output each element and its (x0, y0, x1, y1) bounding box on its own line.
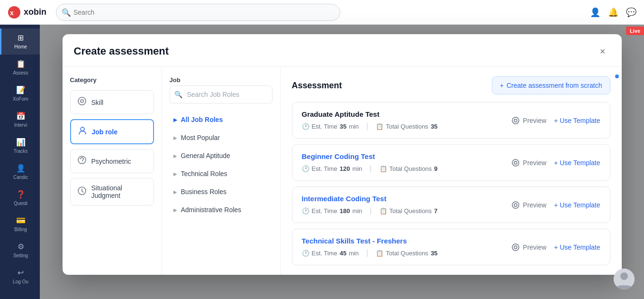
time-unit-graduate: min (349, 123, 359, 130)
clock-icon-intermediate: 🕐 (302, 207, 309, 215)
job-role-label: Job role (92, 128, 118, 136)
meta-questions-graduate: 📋 Total Questions 35 (376, 123, 437, 130)
assessment-card-intermediate: Intermediate Coding Test 🕐 Est. Time 180… (292, 187, 610, 223)
bell-icon[interactable]: 🔔 (608, 7, 618, 18)
meta-time-beginner: 🕐 Est. Time 120 min (302, 165, 363, 172)
create-scratch-label: Create assessment from scratch (507, 82, 602, 89)
job-item-admin[interactable]: ▶ Administrative Roles (170, 201, 272, 218)
sidebar-item-xoform[interactable]: 📝 XoForn (0, 81, 40, 107)
chevron-admin-icon: ▶ (173, 207, 177, 213)
job-item-aptitude-label: General Aptitude (181, 152, 230, 159)
assessment-card-beginner: Beginner Coding Test 🕐 Est. Time 120 min… (292, 144, 610, 181)
job-item-business[interactable]: ▶ Business Roles (170, 183, 272, 200)
use-template-button-freshers[interactable]: + Use Template (554, 243, 600, 251)
job-panel: Job 🔍 ▶ All Job Roles ▶ Most Popular (162, 67, 281, 275)
time-unit-beginner: min (352, 165, 362, 172)
category-job-role[interactable]: Job role (70, 119, 154, 144)
card-meta-beginner: 🕐 Est. Time 120 min | 📋 Total Questions (302, 164, 512, 173)
svg-point-12 (512, 202, 519, 208)
sidebar-item-billing[interactable]: 💳 Billing (0, 211, 40, 237)
card-meta-intermediate: 🕐 Est. Time 180 min | 📋 Total Questions (302, 206, 512, 215)
category-situational[interactable]: Situational Judgment (70, 178, 154, 206)
use-template-button-intermediate[interactable]: + Use Template (554, 201, 600, 209)
card-name-graduate: Graduate Aptitude Test (302, 110, 512, 118)
svg-point-10 (512, 159, 519, 166)
time-value-freshers: 45 (340, 250, 346, 257)
job-search-icon: 🔍 (174, 91, 182, 98)
home-icon: ⊞ (18, 33, 24, 42)
job-item-all[interactable]: ▶ All Job Roles (170, 111, 272, 128)
svg-point-14 (512, 244, 519, 251)
card-actions-intermediate: Preview + Use Template (511, 201, 600, 209)
category-skill[interactable]: Skill (70, 90, 154, 114)
psychometric-label: Psychometric (91, 158, 131, 165)
chat-icon[interactable]: 💬 (626, 7, 636, 18)
card-name-beginner: Beginner Coding Test (302, 152, 512, 160)
preview-button-intermediate[interactable]: Preview (511, 201, 546, 209)
svg-point-8 (512, 117, 519, 124)
card-actions-beginner: Preview + Use Template (511, 159, 600, 167)
search-icon: 🔍 (62, 8, 71, 17)
use-template-button-graduate[interactable]: + Use Template (554, 117, 600, 124)
questi-icon: ❓ (16, 190, 26, 199)
sidebar-item-logout[interactable]: ↩ Log Ou (0, 263, 40, 290)
job-label: Job (170, 76, 272, 84)
sidebar: ⊞ Home 📋 Assess 📝 XoForn 📅 Intervi 📊 Tra… (0, 25, 40, 299)
sidebar-item-questi[interactable]: ❓ Questi (0, 185, 40, 211)
modal-body: Category Skill (63, 67, 622, 275)
sidebar-label-xoform: XoForn (13, 96, 28, 102)
svg-point-4 (81, 127, 84, 131)
job-item-popular[interactable]: ▶ Most Popular (170, 129, 272, 146)
use-template-button-beginner[interactable]: + Use Template (554, 159, 600, 167)
billing-icon: 💳 (16, 216, 26, 225)
skill-label: Skill (91, 99, 104, 106)
card-info-intermediate: Intermediate Coding Test 🕐 Est. Time 180… (302, 195, 512, 215)
sidebar-item-tracks[interactable]: 📊 Tracks (0, 133, 40, 159)
card-meta-graduate: 🕐 Est. Time 35 min | 📋 Total Questions 3 (302, 122, 512, 131)
clock-icon-freshers: 🕐 (302, 250, 309, 257)
job-item-technical[interactable]: ▶ Technical Roles (170, 165, 272, 182)
assessment-header: Assessment + Create assessment from scra… (292, 76, 610, 94)
preview-button-graduate[interactable]: Preview (511, 116, 546, 125)
category-panel: Category Skill (63, 67, 162, 275)
meta-questions-intermediate: 📋 Total Questions 7 (380, 207, 438, 215)
situational-label: Situational Judgment (91, 184, 147, 199)
job-search[interactable]: 🔍 (170, 85, 272, 103)
sidebar-label-billing: Billing (14, 227, 27, 233)
skill-icon (77, 96, 87, 108)
preview-icon-beginner (511, 159, 520, 167)
search-input[interactable] (56, 4, 340, 21)
modal-close-button[interactable]: × (595, 44, 610, 59)
candic-icon: 👤 (16, 164, 26, 173)
job-search-input[interactable] (170, 85, 272, 103)
chevron-technical-icon: ▶ (173, 171, 177, 177)
sidebar-item-home[interactable]: ⊞ Home (0, 28, 40, 55)
sidebar-item-setting[interactable]: ⚙ Setting (0, 237, 40, 263)
category-psychometric[interactable]: Psychometric (70, 149, 154, 173)
svg-point-3 (81, 100, 83, 103)
app-logo: x xobin (8, 6, 46, 19)
search-bar[interactable]: 🔍 (56, 4, 340, 21)
user-icon[interactable]: 👤 (590, 7, 600, 18)
svg-point-15 (514, 246, 517, 249)
top-navbar: x xobin 🔍 👤 🔔 💬 (0, 0, 644, 25)
sidebar-item-intervi[interactable]: 📅 Intervi (0, 107, 40, 133)
user-avatar[interactable] (614, 269, 635, 290)
card-actions-freshers: Preview + Use Template (511, 243, 600, 252)
assessment-panel: Assessment + Create assessment from scra… (281, 67, 622, 275)
meta-time-graduate: 🕐 Est. Time 35 min (302, 123, 359, 130)
create-from-scratch-button[interactable]: + Create assessment from scratch (492, 76, 610, 94)
svg-point-9 (514, 119, 517, 122)
clock-icon-beginner: 🕐 (302, 165, 309, 172)
assessment-list: Graduate Aptitude Test 🕐 Est. Time 35 mi… (292, 102, 610, 265)
time-value-beginner: 120 (340, 165, 350, 172)
modal-overlay: Create assessment × Category Skill (40, 25, 644, 299)
sidebar-item-assess[interactable]: 📋 Assess (0, 55, 40, 81)
preview-icon-intermediate (511, 201, 520, 209)
sidebar-label-setting: Setting (13, 253, 28, 259)
preview-button-freshers[interactable]: Preview (511, 243, 546, 252)
job-item-aptitude[interactable]: ▶ General Aptitude (170, 147, 272, 164)
preview-button-beginner[interactable]: Preview (511, 159, 546, 167)
sidebar-item-candic[interactable]: 👤 Candic (0, 159, 40, 185)
svg-point-13 (514, 204, 517, 206)
